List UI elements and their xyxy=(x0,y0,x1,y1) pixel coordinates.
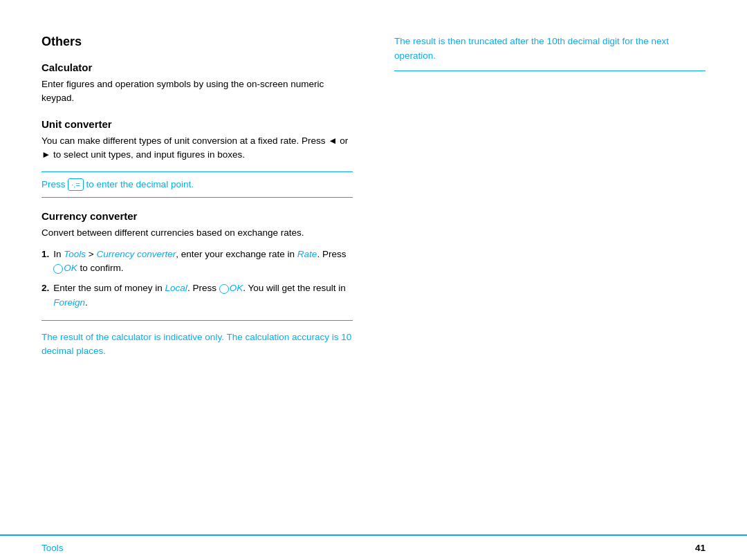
right-top-note-text: The result is then truncated after the 1… xyxy=(394,36,669,61)
footer-page-number: 41 xyxy=(695,543,706,553)
decimal-hint-suffix: to enter the decimal point. xyxy=(84,179,194,189)
content-area: Others Calculator Enter figures and oper… xyxy=(0,0,747,534)
unit-converter-body: You can make different types of unit con… xyxy=(42,134,353,162)
foreign-link: Foreign xyxy=(53,297,85,308)
currency-converter-link: Currency converter xyxy=(96,249,176,259)
decimal-hint-box: Press ·,= to enter the decimal point. xyxy=(42,171,353,198)
step-2-num: 2. xyxy=(42,281,49,310)
section-title: Others xyxy=(42,35,353,49)
bottom-divider xyxy=(42,320,353,321)
footer: Tools 41 xyxy=(0,534,747,560)
right-column: The result is then truncated after the 1… xyxy=(380,35,706,534)
ok-label-2: OK xyxy=(230,283,243,293)
unit-converter-title: Unit converter xyxy=(42,118,353,130)
ok-circle-icon-2 xyxy=(219,284,229,294)
left-column: Others Calculator Enter figures and oper… xyxy=(42,35,353,534)
step-2-content: Enter the sum of money in Local. Press O… xyxy=(53,281,353,310)
step-1-content: In Tools > Currency converter, enter you… xyxy=(53,248,353,277)
bottom-note: The result of the calculator is indicati… xyxy=(42,330,353,359)
calculator-title: Calculator xyxy=(42,62,353,73)
ok-label-1: OK xyxy=(64,263,77,273)
currency-converter-section: Currency converter Convert between diffe… xyxy=(42,210,353,310)
decimal-key: ·,= xyxy=(68,178,84,191)
tools-link: Tools xyxy=(64,249,86,259)
calculator-section: Calculator Enter figures and operation s… xyxy=(42,62,353,106)
step-1: 1. In Tools > Currency converter, enter … xyxy=(42,248,353,277)
currency-converter-body: Convert between different currencies bas… xyxy=(42,226,353,240)
ok-circle-icon-1 xyxy=(53,264,63,274)
unit-converter-section: Unit converter You can make different ty… xyxy=(42,118,353,162)
currency-converter-title: Currency converter xyxy=(42,210,353,222)
step-2: 2. Enter the sum of money in Local. Pres… xyxy=(42,281,353,310)
step-1-num: 1. xyxy=(42,248,49,277)
steps-list: 1. In Tools > Currency converter, enter … xyxy=(42,248,353,311)
rate-link: Rate xyxy=(297,249,317,259)
calculator-body: Enter figures and operation symbols by u… xyxy=(42,77,353,106)
decimal-hint-prefix: Press xyxy=(42,179,68,189)
page: Others Calculator Enter figures and oper… xyxy=(0,0,747,560)
footer-label: Tools xyxy=(42,543,64,553)
local-link: Local xyxy=(165,283,187,293)
right-top-note: The result is then truncated after the 1… xyxy=(394,35,706,71)
